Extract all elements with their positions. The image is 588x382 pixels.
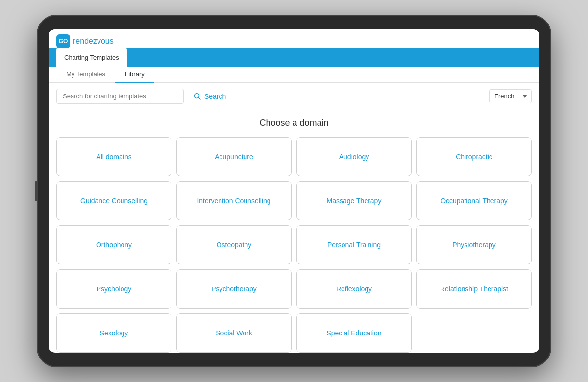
domain-card-massage-therapy[interactable]: Massage Therapy bbox=[296, 181, 412, 220]
nav-bar: Charting Templates bbox=[49, 48, 539, 67]
domain-card-acupuncture[interactable]: Acupuncture bbox=[176, 137, 292, 176]
search-button[interactable]: Search bbox=[189, 90, 231, 103]
domain-card-occupational-therapy[interactable]: Occupational Therapy bbox=[416, 181, 532, 220]
domain-grid: All domains Acupuncture Audiology Chirop… bbox=[56, 137, 532, 353]
domain-card-orthophony[interactable]: Orthophony bbox=[56, 225, 172, 264]
search-input[interactable] bbox=[56, 89, 184, 104]
language-select[interactable]: English French Spanish bbox=[489, 89, 532, 103]
domain-card-intervention-counselling[interactable]: Intervention Counselling bbox=[176, 181, 292, 220]
charting-templates-tab[interactable]: Charting Templates bbox=[56, 48, 127, 67]
main-content: Choose a domain All domains Acupuncture … bbox=[49, 110, 539, 353]
domain-card-chiropractic[interactable]: Chiropractic bbox=[416, 137, 532, 176]
domain-card-all-domains[interactable]: All domains bbox=[56, 137, 172, 176]
domain-card-psychotherapy[interactable]: Psychotherapy bbox=[176, 269, 292, 309]
tablet-screen: GO rendezvous Charting Templates My Temp… bbox=[49, 29, 539, 353]
search-input-wrapper bbox=[56, 89, 184, 104]
go-logo-icon: GO bbox=[56, 34, 70, 48]
domain-card-osteopathy[interactable]: Osteopathy bbox=[176, 225, 292, 264]
svg-line-1 bbox=[199, 97, 201, 99]
domain-card-sexology[interactable]: Sexology bbox=[56, 313, 172, 353]
domain-card-physiotherapy[interactable]: Physiotherapy bbox=[416, 225, 532, 264]
domain-card-relationship-therapist[interactable]: Relationship Therapist bbox=[416, 269, 532, 309]
domain-card-social-work[interactable]: Social Work bbox=[176, 313, 292, 353]
tablet-frame: GO rendezvous Charting Templates My Temp… bbox=[37, 15, 551, 367]
app-header: GO rendezvous bbox=[49, 29, 539, 48]
domain-card-reflexology[interactable]: Reflexology bbox=[296, 269, 412, 309]
tab-my-templates[interactable]: My Templates bbox=[56, 67, 115, 83]
search-area: Search English French Spanish bbox=[49, 83, 539, 110]
domain-section-title: Choose a domain bbox=[56, 118, 532, 128]
logo-area: GO rendezvous bbox=[56, 34, 114, 48]
domain-card-personal-training[interactable]: Personal Training bbox=[296, 225, 412, 264]
tab-library[interactable]: Library bbox=[115, 67, 154, 83]
domain-card-psychology[interactable]: Psychology bbox=[56, 269, 172, 309]
domain-card-special-education[interactable]: Special Education bbox=[296, 313, 412, 353]
sub-tabs: My Templates Library bbox=[49, 67, 539, 83]
domain-card-audiology[interactable]: Audiology bbox=[296, 137, 412, 176]
logo-text: rendezvous bbox=[73, 37, 114, 46]
search-icon bbox=[194, 93, 201, 100]
domain-card-guidance-counselling[interactable]: Guidance Counselling bbox=[56, 181, 172, 220]
tablet-side-button bbox=[35, 181, 37, 201]
